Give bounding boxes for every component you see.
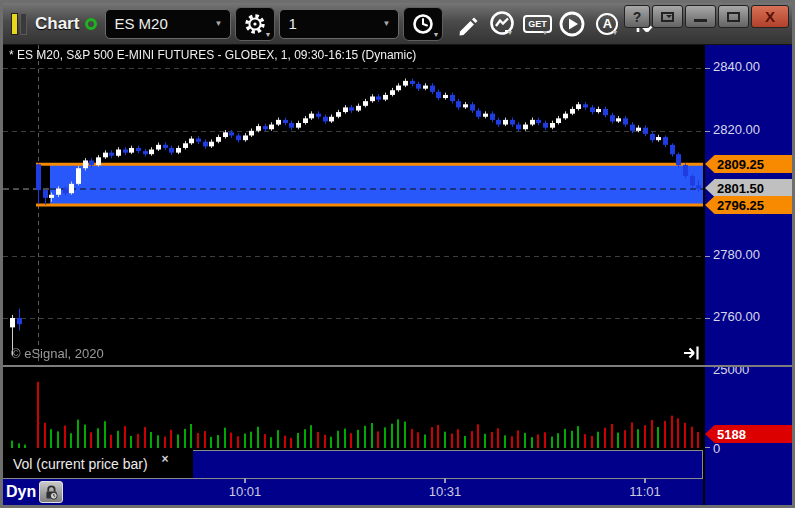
window-grip-active[interactable] bbox=[11, 13, 18, 35]
axis-tick bbox=[705, 318, 710, 319]
annotation-button[interactable]: A ▼ bbox=[593, 10, 621, 38]
chart-region: * ES M20, S&P 500 E-MINI FUTURES - GLOBE… bbox=[3, 45, 792, 505]
symbol-link-indicator[interactable] bbox=[85, 18, 97, 30]
volume-chart-canvas[interactable] bbox=[3, 367, 703, 450]
price-axis-label: 2780.00 bbox=[713, 247, 760, 262]
interval-dropdown[interactable]: 1 ▼ bbox=[279, 9, 399, 39]
symbol-dropdown[interactable]: ES M20 ▼ bbox=[105, 9, 231, 39]
chevron-down-icon: ▼ bbox=[214, 20, 222, 28]
chevron-down-icon: ▼ bbox=[506, 29, 513, 36]
studies-button[interactable]: ▼ bbox=[488, 10, 516, 38]
price-axis-label: 2760.00 bbox=[713, 309, 760, 324]
panel-divider[interactable] bbox=[3, 365, 792, 367]
chart-window: Chart ES M20 ▼ ▼ 1 ▼ bbox=[0, 0, 795, 508]
get-data-button[interactable]: GET ▼ bbox=[523, 10, 551, 38]
chevron-down-icon: ▼ bbox=[264, 31, 271, 38]
time-axis-tick bbox=[444, 478, 446, 483]
question-mark-icon: ? bbox=[633, 9, 642, 25]
time-axis-area[interactable] bbox=[193, 450, 703, 478]
minimize-button[interactable] bbox=[685, 5, 716, 28]
chevron-down-icon: ▼ bbox=[432, 31, 439, 38]
time-axis-tick bbox=[244, 478, 246, 483]
restore-button[interactable] bbox=[652, 5, 683, 28]
window-grip[interactable] bbox=[20, 13, 27, 35]
close-icon: X bbox=[765, 8, 775, 25]
time-lock-button[interactable] bbox=[39, 481, 63, 503]
play-icon bbox=[558, 10, 586, 38]
window-title: Chart bbox=[35, 14, 79, 34]
chevron-down-icon: ▼ bbox=[541, 29, 548, 36]
maximize-icon bbox=[727, 12, 740, 22]
close-button[interactable]: X bbox=[751, 5, 789, 28]
help-button[interactable]: ? bbox=[624, 5, 650, 28]
maximize-button[interactable] bbox=[718, 5, 749, 28]
chevron-down-icon: ▼ bbox=[611, 29, 618, 36]
draw-pencil-button[interactable] bbox=[453, 10, 481, 38]
axis-tick bbox=[705, 447, 710, 448]
jump-to-latest-icon[interactable] bbox=[683, 345, 701, 361]
price-chart-canvas[interactable] bbox=[3, 45, 703, 365]
copyright-watermark: © eSignal, 2020 bbox=[11, 346, 104, 361]
close-study-icon[interactable]: × bbox=[162, 452, 169, 466]
axis-tick bbox=[705, 68, 710, 69]
replay-button[interactable] bbox=[558, 10, 586, 38]
dynamic-mode-label[interactable]: Dyn bbox=[6, 483, 36, 501]
pencil-icon bbox=[454, 11, 480, 37]
symbol-settings-button[interactable]: ▼ bbox=[235, 7, 275, 41]
time-axis-label: 11:01 bbox=[610, 484, 680, 499]
time-template-button[interactable]: ▼ bbox=[403, 7, 443, 41]
chevron-down-icon: ▼ bbox=[382, 20, 390, 28]
time-axis[interactable]: Dyn bbox=[3, 478, 703, 505]
time-axis-label: 10:31 bbox=[410, 484, 480, 499]
time-axis-tick bbox=[644, 478, 646, 483]
volume-study-label-text: Vol (current price bar) bbox=[13, 456, 148, 472]
zone-bottom-price-tag[interactable]: 2796.25 bbox=[705, 196, 792, 214]
restore-icon bbox=[661, 12, 674, 22]
axis-separator bbox=[703, 45, 705, 478]
titlebar[interactable]: Chart ES M20 ▼ ▼ 1 ▼ bbox=[3, 3, 792, 45]
interval-value: 1 bbox=[288, 15, 296, 32]
time-axis-label: 10:01 bbox=[210, 484, 280, 499]
minimize-icon bbox=[694, 19, 707, 22]
zone-top-price-tag[interactable]: 2809.25 bbox=[705, 155, 792, 173]
price-axis[interactable]: 2840.00 2820.00 2780.00 2760.00 2809.25 … bbox=[705, 45, 792, 505]
volume-study-label: Vol (current price bar) × bbox=[3, 450, 193, 478]
symbol-value: ES M20 bbox=[114, 15, 167, 32]
lock-icon bbox=[43, 484, 60, 501]
price-axis-label: 2840.00 bbox=[713, 59, 760, 74]
chart-title: * ES M20, S&P 500 E-MINI FUTURES - GLOBE… bbox=[9, 48, 416, 62]
volume-axis-zero-label: 0 bbox=[713, 441, 720, 456]
price-axis-label: 2820.00 bbox=[713, 122, 760, 137]
axis-tick bbox=[705, 131, 710, 132]
last-price-tag: 2801.50 bbox=[705, 179, 792, 197]
axis-tick bbox=[705, 256, 710, 257]
